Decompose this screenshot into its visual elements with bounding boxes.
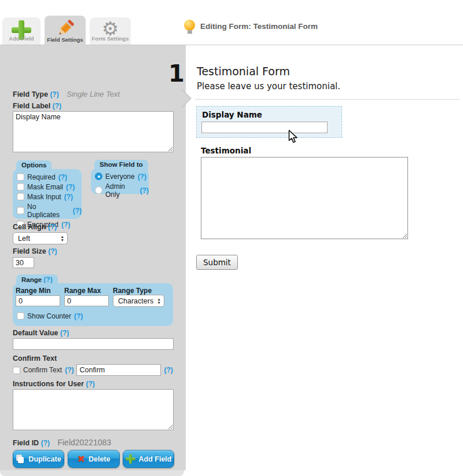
range-min-input[interactable] (16, 295, 60, 306)
option-mask-input: Mask Input (?) (13, 192, 82, 202)
field-settings-panel: Field Type (?) Single Line Text Field La… (0, 45, 186, 470)
help-link[interactable]: (?) (50, 90, 58, 98)
duplicate-button[interactable]: Duplicate (13, 450, 64, 468)
help-link[interactable]: (?) (48, 247, 57, 255)
tab-form-settings-label: Form Settings (90, 35, 131, 42)
submit-button[interactable]: Submit (196, 255, 238, 270)
required-checkbox[interactable] (17, 173, 24, 181)
delete-button-label: Delete (89, 455, 111, 463)
no-duplicates-checkbox[interactable] (17, 207, 24, 214)
lightbulb-icon (184, 20, 195, 33)
help-link[interactable]: (?) (74, 312, 83, 320)
everyone-label: Everyone (105, 173, 135, 181)
default-value-row: Default Value (?) (13, 329, 69, 337)
help-link[interactable]: (?) (43, 276, 52, 284)
field-size-row: Field Size (?) (13, 247, 57, 255)
range-max-input[interactable] (64, 295, 109, 306)
confirm-text-checkbox[interactable] (13, 367, 20, 374)
help-link[interactable]: (?) (58, 173, 67, 181)
option-mask-email: Mask Email (?) (13, 182, 82, 192)
required-label: Required (27, 173, 56, 181)
field-id-value: Field20221083 (57, 438, 111, 447)
add-field-button-label: Add Field (139, 455, 172, 463)
default-value-label: Default Value (13, 329, 58, 337)
option-required: Required (?) (13, 172, 82, 182)
help-link[interactable]: (?) (48, 223, 57, 231)
delete-button[interactable]: ✖ Delete (68, 450, 120, 468)
help-link[interactable]: (?) (60, 329, 69, 337)
field-size-input[interactable] (13, 257, 34, 268)
delete-x-icon: ✖ (78, 455, 85, 464)
help-link[interactable]: (?) (61, 221, 70, 229)
display-name-input[interactable] (201, 122, 328, 133)
instructions-row: Instructions for User (?) (13, 380, 95, 388)
confirm-text-row: Confirm Text (?) (?) (13, 364, 173, 376)
field-label-textarea[interactable]: Display Name (13, 111, 174, 152)
tab-field-settings[interactable]: Field Settings (45, 16, 86, 46)
help-link[interactable]: (?) (86, 380, 94, 388)
select-arrows-icon: ▲▼ (157, 298, 161, 304)
mask-email-checkbox[interactable] (17, 183, 24, 191)
help-link[interactable]: (?) (73, 207, 82, 215)
tab-form-settings[interactable]: ⚙ Form Settings (90, 17, 131, 45)
sidebar-footer (0, 470, 184, 476)
testimonial-label: Testimonial (201, 146, 251, 155)
cell-align-select[interactable]: Left ▲▼ (13, 232, 68, 244)
duplicate-button-label: Duplicate (28, 455, 61, 463)
tab-field-settings-label: Field Settings (45, 36, 86, 43)
help-link[interactable]: (?) (65, 366, 74, 374)
show-field-to-group: Everyone (?) Admin Only (?) (91, 169, 149, 194)
range-min-label: Range Min (16, 287, 51, 295)
add-field-button[interactable]: Add Field (123, 450, 174, 468)
admin-only-radio[interactable] (95, 186, 102, 194)
help-link[interactable]: (?) (164, 366, 172, 374)
help-link[interactable]: (?) (41, 439, 50, 447)
range-title: Range (21, 276, 42, 283)
help-link[interactable]: (?) (66, 183, 75, 191)
form-title: Testimonial Form (197, 65, 290, 78)
confirm-text-label: Confirm Text (23, 366, 62, 374)
everyone-radio[interactable] (95, 173, 102, 180)
select-arrows-icon: ▲▼ (61, 235, 64, 241)
help-link[interactable]: (?) (53, 102, 61, 110)
show-counter-label: Show Counter (27, 312, 71, 320)
field-size-label: Field Size (13, 247, 46, 255)
mask-email-label: Mask Email (27, 183, 63, 191)
help-link[interactable]: (?) (138, 173, 146, 181)
option-no-duplicates: No Duplicates (?) (13, 202, 82, 219)
show-counter-row: Show Counter (?) (13, 311, 83, 321)
range-max-label: Range Max (64, 287, 101, 295)
field-id-label: Field ID (13, 439, 39, 447)
show-counter-checkbox[interactable] (17, 312, 24, 320)
preview-field-display-name[interactable]: Display Name (196, 106, 342, 138)
cell-align-label: Cell Align (13, 223, 46, 231)
field-id-row: Field ID (?) Field20221083 (13, 438, 111, 447)
help-link[interactable]: (?) (64, 193, 73, 201)
tab-add-field[interactable]: Add Field (2, 17, 41, 45)
plus-icon (126, 454, 135, 464)
field-type-label: Field Type (13, 90, 48, 98)
tab-add-field-label: Add Field (2, 35, 41, 42)
field-type-value: Single Line Text (67, 90, 120, 98)
display-name-label: Display Name (202, 110, 262, 119)
copy-icon (16, 455, 25, 464)
confirm-text-heading: Confirm Text (13, 354, 57, 363)
cell-align-value: Left (18, 235, 30, 243)
confirm-text-input[interactable] (76, 364, 161, 376)
editing-form-header: Editing Form: Testimonial Form (184, 20, 318, 33)
mask-input-checkbox[interactable] (17, 193, 24, 200)
options-group: Required (?) Mask Email (?) Mask Input (… (13, 169, 82, 219)
show-field-admin-only: Admin Only (?) (91, 181, 149, 199)
mask-input-label: Mask Input (27, 193, 61, 201)
show-field-everyone: Everyone (?) (91, 171, 149, 181)
field-step-number: 1 (168, 60, 185, 87)
range-type-value: Characters (118, 297, 153, 305)
no-duplicates-label: No Duplicates (27, 203, 70, 219)
instructions-textarea[interactable] (13, 389, 174, 430)
testimonial-textarea[interactable] (201, 157, 408, 239)
default-value-input[interactable] (13, 338, 174, 350)
help-link[interactable]: (?) (140, 186, 149, 195)
field-label-row: Field Label (?) (13, 102, 61, 110)
range-group: Range Min Range Max Range Type Character… (13, 283, 173, 326)
range-type-select[interactable]: Characters ▲▼ (113, 295, 164, 307)
